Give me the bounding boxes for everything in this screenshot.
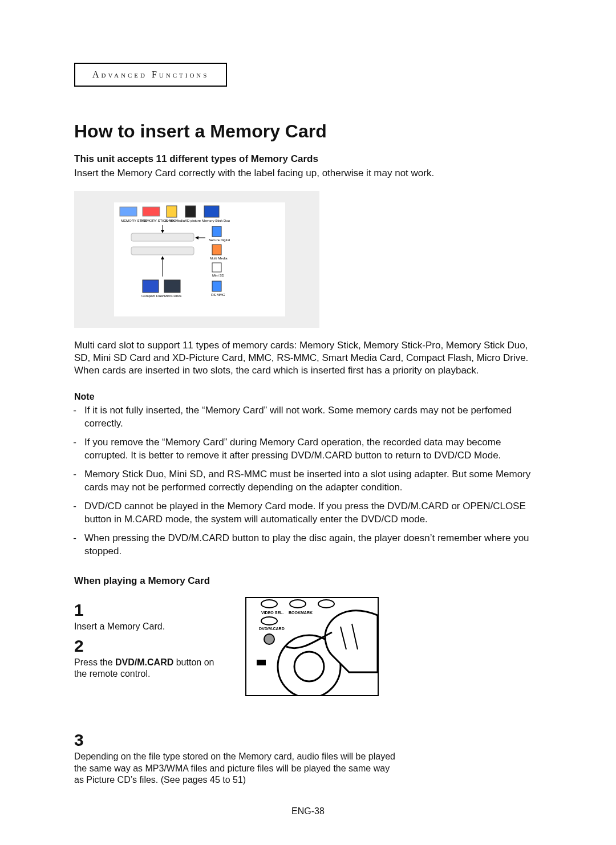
manual-page: Advanced Functions How to insert a Memor…	[0, 0, 616, 845]
svg-point-22	[318, 600, 334, 608]
note-item: DVD/CD cannot be played in the Memory Ca…	[84, 500, 542, 526]
svg-rect-14	[212, 226, 221, 237]
svg-rect-6	[131, 233, 194, 241]
svg-rect-2	[143, 207, 160, 216]
step-2-text: Press the DVD/M.CARD button on the remot…	[74, 657, 222, 681]
left-arrow-icon	[257, 660, 266, 665]
svg-rect-15	[212, 245, 221, 255]
label-microdrive: Micro Drive	[164, 294, 182, 298]
notes-list: If it is not fully inserted, the “Memory…	[74, 404, 542, 558]
svg-rect-5	[204, 206, 219, 217]
note-item: If it is not fully inserted, the “Memory…	[84, 404, 542, 430]
svg-point-20	[261, 600, 277, 608]
svg-point-21	[290, 600, 306, 608]
step-3-block: 3 Depending on the file type stored on t…	[74, 730, 399, 786]
label-xd-picture: XD picture	[185, 219, 201, 222]
label-mmc: Multi Media	[210, 257, 228, 260]
memory-card-diagram: MEMORY STICK MEMORY STICK PRO Smart Medi…	[74, 191, 319, 328]
svg-rect-19	[164, 280, 180, 292]
note-item: Memory Stick Duo, Mini SD, and RS-MMC mu…	[84, 468, 542, 494]
svg-point-25	[294, 652, 324, 681]
section-label: Advanced Functions	[92, 70, 209, 79]
note-item: If you remove the “Memory Card” during M…	[84, 436, 542, 462]
step-1-text: Insert a Memory Card.	[74, 621, 222, 633]
steps-area: 1 Insert a Memory Card. 2 Press the DVD/…	[74, 597, 542, 696]
dvd-mcard-button-icon	[264, 634, 274, 644]
label-video-sel: VIDEO SEL.	[261, 611, 283, 615]
label-dvd-mcard: DVD/M.CARD	[259, 627, 285, 631]
svg-rect-7	[131, 247, 194, 255]
step-2-number: 2	[74, 636, 222, 656]
remote-illustration: VIDEO SEL. BOOKMARK DVD/M.CARD	[245, 597, 379, 696]
svg-point-23	[261, 617, 277, 625]
note-item: When pressing the DVD/M.CARD button to p…	[84, 532, 542, 558]
label-smart-media: Smart Media	[165, 219, 185, 222]
label-sd: Secure Digital	[209, 238, 230, 242]
svg-rect-4	[185, 206, 196, 217]
svg-rect-1	[120, 207, 137, 216]
subtitle: This unit accepts 11 different types of …	[74, 153, 542, 165]
label-cf: Compact Flash	[141, 294, 164, 298]
svg-rect-18	[143, 280, 159, 292]
section-label-box: Advanced Functions	[74, 63, 227, 87]
step-3-number: 3	[74, 730, 399, 750]
page-title: How to insert a Memory Card	[74, 121, 542, 142]
label-ms-duo: Memory Stick Duo	[202, 219, 230, 222]
step-2-pre: Press the	[74, 657, 115, 667]
step-3-text: Depending on the file type stored on the…	[74, 751, 399, 786]
label-minisd: Mini SD	[212, 274, 225, 277]
step-1-number: 1	[74, 600, 222, 620]
note-heading: Note	[74, 392, 542, 402]
svg-rect-17	[212, 281, 221, 291]
playing-heading: When playing a Memory Card	[74, 575, 542, 587]
step-2-bold: DVD/M.CARD	[115, 657, 173, 667]
label-rsmmc: RS MMC	[211, 293, 225, 296]
multi-slot-text: Multi card slot to support 11 types of m…	[74, 339, 542, 377]
svg-rect-16	[212, 263, 221, 272]
label-bookmark: BOOKMARK	[289, 611, 313, 615]
intro-text: Insert the Memory Card correctly with th…	[74, 167, 542, 180]
page-footer: ENG-38	[0, 806, 616, 816]
svg-rect-3	[167, 206, 177, 217]
